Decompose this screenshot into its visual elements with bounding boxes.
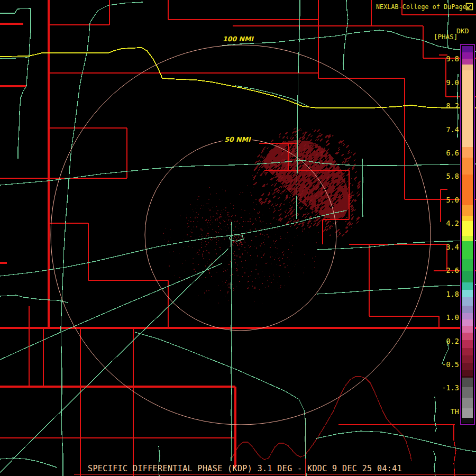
colorbar-segment (462, 259, 473, 271)
colorbar-label: 8.2 (438, 102, 459, 110)
colorbar-label: 6.6 (438, 149, 459, 157)
map-canvas (0, 0, 476, 476)
colorbar-segment (462, 408, 473, 418)
colorbar-segment (462, 70, 473, 147)
colorbar-label: 0.2 (438, 337, 459, 345)
colorbar-segment (462, 326, 473, 333)
flag-arrow-icon (465, 2, 474, 11)
colorbar-segment (462, 147, 473, 158)
colorbar-segment (462, 319, 473, 326)
colorbar-segment (462, 221, 473, 236)
colorbar-segment (462, 65, 473, 70)
colorbar-segment (462, 340, 473, 348)
range-ring-label-50nmi: 50 NMI (223, 135, 252, 143)
colorbar-label: 9.0 (438, 78, 459, 87)
colorbar-segment (462, 205, 473, 216)
product-units-label: [PHAS] (434, 33, 457, 41)
product-code-label: DKD (456, 27, 469, 35)
colorbar-segment (462, 418, 473, 423)
colorbar-label: 7.4 (438, 125, 459, 134)
colorbar-segment (462, 398, 473, 408)
county-lines (0, 0, 476, 476)
colorbar-segment (462, 175, 473, 205)
colorbar-segment (462, 363, 473, 370)
colorbar-label: 5.8 (438, 172, 459, 180)
colorbar-segment (462, 378, 473, 387)
colorbar-label: 5.0 (438, 196, 459, 204)
radar-echoes (163, 127, 361, 304)
colorbar-segment (462, 158, 473, 175)
colorbar-segment (462, 313, 473, 319)
colorbar-label: 2.6 (438, 266, 459, 274)
colorbar-label: 3.4 (438, 243, 459, 251)
colorbar-segment (462, 306, 473, 313)
colorbar-segment (462, 271, 473, 282)
colorbar-label: -1.3 (438, 383, 459, 392)
colorbar-label: 1.8 (438, 290, 459, 298)
colorbar-segment (462, 333, 473, 340)
colorbar-segment (462, 348, 473, 355)
colorbar-segment (462, 216, 473, 221)
road-lines-green (0, 0, 476, 476)
colorbar-label: 4.2 (438, 219, 459, 227)
colorbar-segment (462, 355, 473, 363)
colorbar-label: 1.0 (438, 313, 459, 322)
colorbar-label: 9.8 (438, 54, 459, 63)
colorbar-segment (462, 297, 473, 306)
range-ring-label-100nmi: 100 NMI (221, 35, 255, 43)
colorbar-segment (462, 282, 473, 290)
colorbar-segment (462, 370, 473, 376)
status-bar-text: SPECIFIC DIFFERENTIAL PHASE (KDP) 3.1 DE… (88, 464, 402, 473)
river-lines (74, 377, 476, 474)
colorbar-segment (462, 387, 473, 398)
colorbar-segment (462, 59, 473, 65)
colorbar-segment (462, 236, 473, 241)
radar-display: 9.89.08.27.46.65.85.04.23.42.61.81.00.2-… (0, 0, 476, 476)
colorbar-segment (462, 52, 473, 59)
colorbar-segment (462, 46, 473, 52)
boundary-lines (0, 0, 476, 468)
colorbar-label: TH (438, 407, 459, 416)
colorbar-segment (462, 290, 473, 297)
colorbar-label: -0.5 (438, 360, 459, 369)
colorbar-segment (462, 241, 473, 259)
brand-text: NEXLAB-College of DuPage (376, 3, 466, 11)
